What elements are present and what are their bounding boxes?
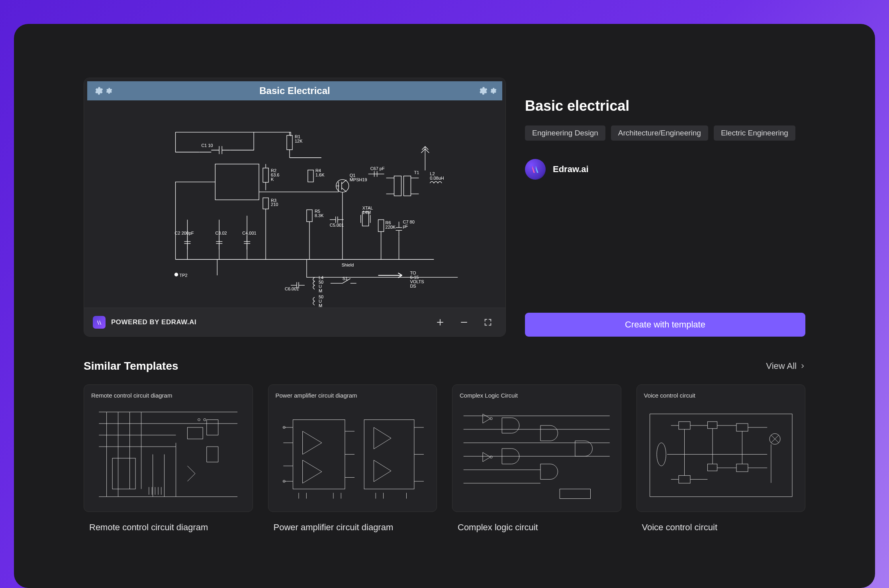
svg-rect-2 [263,168,268,182]
tag-architecture-engineering[interactable]: Architecture/Engineering [611,125,708,141]
svg-point-46 [656,443,666,466]
svg-text:Shield: Shield [342,263,354,267]
svg-rect-40 [293,420,345,489]
powered-by-label: POWERED BY EDRAW.AI [111,318,196,326]
gears-right-icon [477,86,497,96]
template-thumb: Power amplifier circuit diagram [268,384,437,512]
svg-text:S1: S1 [343,276,348,281]
template-label: Complex logic circuit [452,522,621,533]
svg-rect-41 [364,420,414,489]
author-avatar-icon [525,159,546,180]
plus-icon [435,318,445,327]
create-with-template-button[interactable]: Create with template [525,313,805,337]
tag-row: Engineering Design Architecture/Engineer… [525,125,805,141]
thumb-schematic-icon [644,401,798,508]
zoom-out-button[interactable] [455,314,473,331]
view-all-label: View All [766,361,797,371]
svg-text:C3.02: C3.02 [215,231,227,235]
svg-text:R263.6K: R263.6K [271,168,279,182]
svg-text:C4.001: C4.001 [242,231,256,235]
thumb-title: Complex Logic Circuit [460,392,614,399]
template-thumb: Remote control circuit diagram [84,384,253,512]
tag-engineering-design[interactable]: Engineering Design [525,125,605,141]
svg-rect-3 [263,198,268,209]
svg-rect-1 [215,164,259,200]
author-name: Edraw.ai [553,164,589,174]
thumb-schematic-icon [91,401,245,508]
template-grid: Remote control circuit diagram [84,384,805,533]
svg-point-38 [198,419,200,421]
svg-rect-49 [707,421,717,428]
svg-rect-52 [736,464,748,472]
author-row[interactable]: Edraw.ai [525,159,805,180]
diagram-title: Basic Electrical [112,85,477,96]
similar-section: Similar Templates View All Remote contro… [84,360,805,533]
chevron-right-icon [800,363,805,369]
svg-text:C67 pF: C67 pF [370,166,385,171]
svg-text:TO6-15VOLTSDS: TO6-15VOLTSDS [410,270,424,288]
svg-text:XTAL14M: XTAL14M [362,206,373,215]
main-row: Basic Electrical [84,78,805,337]
minus-icon [459,318,469,327]
svg-rect-4 [308,170,313,182]
info-spacer [525,180,805,313]
template-title: Basic electrical [525,98,805,114]
svg-text:C2 200pF: C2 200pF [175,231,194,235]
similar-title: Similar Templates [84,360,178,372]
svg-rect-0 [287,135,292,150]
canvas-area[interactable]: Basic Electrical [84,78,505,308]
svg-text:C5.001: C5.001 [330,223,344,227]
app-window: Basic Electrical [14,24,875,588]
tag-electric-engineering[interactable]: Electric Engineering [714,125,795,141]
svg-text:C7 80pF: C7 80pF [403,220,414,229]
template-thumb: Voice control circuit [636,384,806,512]
svg-text:TP2: TP2 [180,273,188,278]
svg-rect-8 [307,210,312,221]
template-card-complex-logic[interactable]: Complex Logic Circuit [452,384,621,533]
template-label: Voice control circuit [636,522,806,533]
svg-rect-51 [736,423,748,431]
fullscreen-button[interactable] [479,314,497,331]
svg-text:Q1MPSH19: Q1MPSH19 [350,173,367,182]
svg-text:50UM: 50UM [319,294,323,307]
thumb-schematic-icon [276,401,430,508]
template-card-remote-control[interactable]: Remote control circuit diagram [84,384,253,533]
template-thumb: Complex Logic Circuit [452,384,621,512]
thumb-title: Remote control circuit diagram [91,392,245,399]
svg-text:R6220K: R6220K [386,220,396,229]
thumb-schematic-icon [460,401,614,508]
svg-text:C6.001: C6.001 [285,286,299,291]
svg-text:R41.6K: R41.6K [315,168,325,177]
svg-text:T1: T1 [414,170,419,175]
thumb-title: Power amplifier circuit diagram [276,392,430,399]
schematic-diagram: C1 10 R112K R263.6K R3210 R41.6K Q1MPSH1… [84,100,505,307]
svg-point-11 [175,273,178,276]
diagram-header: Basic Electrical [87,81,502,100]
template-label: Remote control circuit diagram [84,522,253,533]
svg-rect-50 [707,464,717,471]
canvas-toolbar: POWERED BY EDRAW.AI [84,308,505,336]
svg-text:L450UM: L450UM [319,275,323,293]
info-panel: Basic electrical Engineering Design Arch… [525,78,805,337]
svg-rect-7 [403,176,411,196]
edraw-logo-icon [93,316,106,329]
gears-left-icon [93,86,112,96]
expand-icon [484,318,492,327]
svg-rect-36 [112,458,135,489]
svg-rect-48 [678,476,690,483]
preview-panel: Basic Electrical [84,78,506,337]
svg-rect-10 [378,220,384,231]
svg-text:R112K: R112K [295,134,303,143]
template-card-power-amplifier[interactable]: Power amplifier circuit diagram [268,384,437,533]
template-card-voice-control[interactable]: Voice control circuit [636,384,806,533]
svg-rect-37 [188,427,203,439]
svg-rect-47 [678,421,690,429]
thumb-title: Voice control circuit [644,392,798,399]
svg-rect-6 [394,176,401,196]
template-label: Power amplifier circuit diagram [268,522,437,533]
svg-text:R3210: R3210 [271,198,278,207]
svg-text:C1 10: C1 10 [201,143,213,148]
view-all-link[interactable]: View All [766,361,805,371]
svg-text:L20.08uH: L20.08uH [430,171,444,180]
zoom-in-button[interactable] [431,314,449,331]
